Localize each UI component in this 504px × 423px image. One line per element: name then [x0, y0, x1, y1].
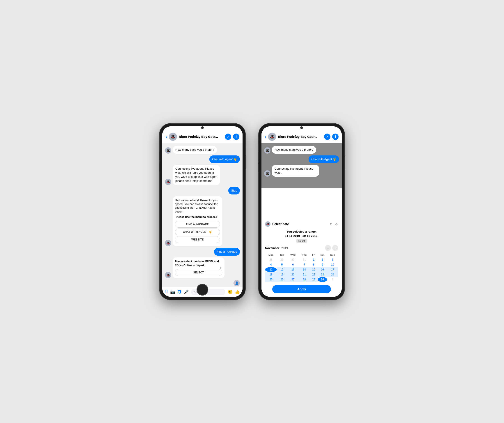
calendar-day-cell[interactable]: 19 — [277, 272, 287, 277]
calendar-body: 2829303112345678910111213141516171819202… — [265, 257, 338, 282]
side-button-left-1 — [159, 151, 160, 160]
menu-title: Please use the menu to proceed — [175, 215, 220, 220]
bot-avatar-p1: 🎩 — [264, 147, 270, 154]
calendar-day-cell[interactable]: 7 — [299, 262, 310, 267]
bot-avatar-1: 🎩 — [165, 147, 171, 154]
preview-row-3: 🎩 Connecting live agent. Please wait... — [264, 165, 339, 177]
calendar-day-cell[interactable]: 20 — [287, 272, 299, 277]
grid-icon[interactable]: ⠿ — [165, 289, 168, 294]
website-button[interactable]: WEBSITE — [175, 236, 220, 243]
prev-month-button[interactable]: ← — [325, 245, 331, 251]
calendar-day-cell[interactable]: 11 — [265, 267, 277, 272]
phone-2: ‹ 🎩 Biuro Podróży Boy Goer... ✓ i 🎩 How … — [259, 124, 344, 300]
calendar-day-cell[interactable]: 24 — [327, 272, 338, 277]
calendar-day-cell[interactable]: 29 — [310, 277, 318, 282]
weekday-tue: Tue — [277, 253, 287, 257]
calendar-week-row: 28293031123 — [265, 257, 338, 262]
share-icon[interactable]: ⬆ — [220, 266, 222, 270]
calendar-day-cell[interactable]: 1 — [327, 277, 338, 282]
next-month-button[interactable]: → — [332, 245, 338, 251]
calendar-day-cell[interactable]: 17 — [327, 267, 338, 272]
calendar-day-cell[interactable]: 28 — [265, 257, 277, 262]
weekday-sun: Sun — [327, 253, 338, 257]
side-button-left-2 — [159, 163, 160, 172]
year-label: 2019 — [281, 246, 288, 250]
home-button-1[interactable] — [197, 284, 208, 295]
info-icon: i — [236, 135, 237, 139]
calendar-day-cell[interactable]: 13 — [287, 267, 299, 272]
bot-preview-2: Connecting live agent. Please wait... — [272, 165, 319, 177]
calendar-day-cell[interactable]: 9 — [318, 262, 327, 267]
camera-icon[interactable]: 📷 — [170, 289, 175, 294]
user-bubble-3: Find a Package — [214, 248, 240, 256]
image-icon[interactable]: 🖼 — [177, 290, 181, 294]
side-button-right-2 — [344, 155, 345, 169]
calendar-day-cell[interactable]: 12 — [277, 267, 287, 272]
calendar-share-icon[interactable]: ⬆ — [330, 222, 332, 226]
calendar-grid: Mon Tue Wed Thu Fri Sat Sun 282930311234… — [265, 253, 338, 282]
mic-icon[interactable]: 🎤 — [184, 289, 189, 294]
chat-messages-1: 🎩 How many stars you'd prefer? Chat with… — [162, 143, 243, 287]
bot-avatar-4: 🎩 — [165, 272, 171, 278]
weekday-wed: Wed — [287, 253, 299, 257]
cal-mini-avatar: 🎩 — [265, 221, 270, 227]
info-button[interactable]: i — [233, 134, 239, 140]
apply-button[interactable]: Apply — [272, 285, 331, 293]
month-label: November — [265, 246, 280, 250]
nav-buttons: ← → — [325, 245, 338, 251]
calendar-day-cell[interactable]: 6 — [287, 262, 299, 267]
range-text: You selected a range:11-11-2019 - 30-11-… — [265, 229, 338, 238]
back-button[interactable]: ‹ — [165, 134, 167, 139]
calendar-day-cell[interactable]: 25 — [265, 277, 277, 282]
back-button-2[interactable]: ‹ — [265, 134, 266, 139]
chat-with-agent-button[interactable]: CHAT WITH AGENT 🤘 — [175, 228, 220, 235]
calendar-day-cell[interactable]: 10 — [327, 262, 338, 267]
calendar-week-row: 2526272829301 — [265, 277, 338, 282]
calendar-day-cell[interactable]: 22 — [310, 272, 318, 277]
calendar-day-cell[interactable]: 18 — [265, 272, 277, 277]
calendar-day-cell[interactable]: 23 — [318, 272, 327, 277]
calendar-day-cell[interactable]: 14 — [299, 267, 310, 272]
calendar-day-cell[interactable]: 2 — [318, 257, 327, 262]
calendar-day-cell[interactable]: 4 — [265, 262, 277, 267]
find-package-button[interactable]: FIND A PACKAGE — [175, 221, 220, 228]
emoji-icon[interactable]: 🙂 — [228, 289, 233, 294]
bot-menu-bubble: Hey, welcome back! Thanks for your appea… — [173, 196, 222, 246]
info-icon-2: i — [335, 135, 336, 139]
calendar-day-cell[interactable]: 31 — [299, 257, 310, 262]
user-preview-1: Chat with Agent 🤘 — [309, 155, 339, 163]
select-dates-button[interactable]: SELECT — [175, 269, 222, 276]
calendar-day-cell[interactable]: 1 — [310, 257, 318, 262]
verify-button-2[interactable]: ✓ — [324, 134, 330, 140]
verify-button[interactable]: ✓ — [225, 134, 231, 140]
calendar-day-cell[interactable]: 26 — [277, 277, 287, 282]
calendar-day-cell[interactable]: 16 — [318, 267, 327, 272]
calendar-day-cell[interactable]: 5 — [277, 262, 287, 267]
agent-avatar-2: 🎩 — [268, 133, 276, 141]
calendar-close-button[interactable]: ✕ — [335, 221, 338, 227]
user-bubble-2: Stop — [228, 187, 240, 195]
preview-row-1: 🎩 How many stars you'd prefer? — [264, 146, 339, 154]
info-button-2[interactable]: i — [332, 134, 339, 140]
message-row-3: 🎩 Connecting live agent. Please wait, we… — [165, 165, 240, 185]
message-row-6: Find a Package — [165, 248, 240, 256]
message-row-1: 🎩 How many stars you'd prefer? — [165, 146, 240, 154]
calendar-header: 🎩 Select date ⬆ ✕ — [265, 221, 338, 227]
calendar-day-cell[interactable]: 27 — [287, 277, 299, 282]
agent-avatar: 🎩 — [169, 133, 177, 141]
calendar-day-cell[interactable]: 28 — [299, 277, 310, 282]
thumbs-up-icon[interactable]: 👍 — [235, 289, 240, 294]
welcome-text: Hey, welcome back! Thanks for your appea… — [175, 198, 220, 214]
calendar-day-cell[interactable]: 29 — [277, 257, 287, 262]
calendar-day-cell[interactable]: 30 — [318, 277, 327, 282]
calendar-day-cell[interactable]: 15 — [310, 267, 318, 272]
calendar-day-cell[interactable]: 8 — [310, 262, 318, 267]
calendar-day-cell[interactable]: 30 — [287, 257, 299, 262]
calendar-week-row: 18192021222324 — [265, 272, 338, 277]
reset-button[interactable]: Reset — [296, 239, 308, 243]
user-avatar: 👤 — [234, 280, 240, 286]
message-row-5: 🎩 Hey, welcome back! Thanks for your app… — [165, 196, 240, 246]
calendar-day-cell[interactable]: 21 — [299, 272, 310, 277]
calendar-day-cell[interactable]: 3 — [327, 257, 338, 262]
phone-screen-2: ‹ 🎩 Biuro Podróży Boy Goer... ✓ i 🎩 How … — [261, 126, 342, 297]
